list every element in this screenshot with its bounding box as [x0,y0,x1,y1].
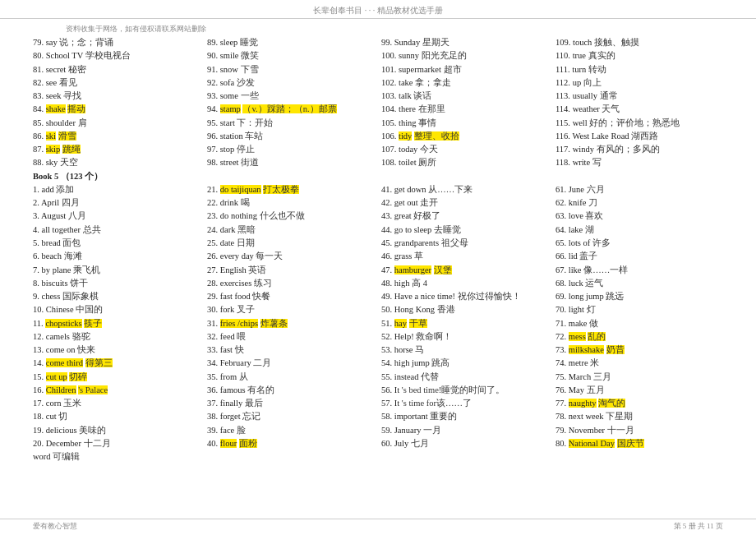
word-chinese: 's bed time!睡觉的时间了。 [402,385,505,394]
word-english: take [399,78,413,87]
word-english: from [220,372,237,381]
word-chinese: 添加 [56,185,74,194]
word-english: metre [569,358,588,367]
word-english: get down [394,185,426,194]
word-english: come on [46,345,76,354]
word-chinese: 像……一样 [583,265,628,274]
list-item: 12. camels 骆驼 [33,330,201,344]
word-number: 117. [555,145,570,154]
word-english: love [569,211,583,220]
word-chinese: 三月 [593,372,611,381]
word-number: 36. [207,385,218,394]
word-chinese: 乘飞机 [73,265,100,274]
word-chinese: 汉堡 [434,265,452,274]
word-chinese: 's Palace [78,385,108,394]
list-item: 93. some 一些 [207,90,375,103]
word-number: 114. [555,104,570,113]
word-chinese: 寻找 [63,91,81,100]
word-number: 39. [207,426,218,435]
word-chinese: 六月 [587,185,605,194]
word-english: knife [569,198,587,207]
list-item: 66. lid 盖子 [555,250,723,263]
list-item: 22. drink 喝 [207,196,375,210]
list-item: 65. lots of 许多 [555,237,723,250]
word-chinese: 国庆节 [617,439,644,448]
word-number: 60. [381,439,392,448]
list-item: 8. biscuits 饼干 [33,277,201,290]
word-english: start [220,118,235,127]
word-number: 52. [381,332,392,341]
footer-right: 第 5 册 共 11 页 [674,521,723,532]
word-english: touch [573,38,592,47]
word-chinese: 忘记 [242,412,260,421]
word-number: 18. [33,412,44,421]
list-item: 14. come third 得第三 [33,357,201,370]
word-chinese: 日期 [237,238,255,247]
list-item: 33. fast 快 [207,344,375,357]
word-english: lid [569,251,578,261]
word-english: sky [46,158,58,167]
list-item: 44. go to sleep 去睡觉 [381,224,549,237]
list-item: 75. March 三月 [555,371,723,384]
word-number: 107. [381,145,396,154]
column-2: 89. sleep 睡觉90. smile 微笑91. snow 下雪92. s… [204,36,378,464]
word-chinese: 秘密 [68,65,86,74]
list-item: 1. add 添加 [33,183,201,196]
word-chinese: 海滩 [64,251,82,261]
word-chinese: 做 [589,319,598,328]
word-number: 86. [33,131,44,141]
word-number: 1. [33,185,39,194]
list-item: 70. light 灯 [555,303,723,316]
word-english: supermarket [399,65,441,74]
list-item: 76. May 五月 [555,384,723,397]
word-number: 53. [381,345,392,354]
word-chinese: 沙发 [237,78,255,87]
list-item: 109. touch 接触、触摸 [555,36,723,49]
list-item: 82. see 看见 [33,76,201,90]
list-item: 31. fries /chips 炸薯条 [207,317,375,330]
word-number: 9. [33,292,39,301]
word-chinese: 谈话 [413,91,431,100]
word-number: 111. [555,65,570,74]
word-chinese: 睡觉 [240,38,258,47]
word-english: fast [220,345,233,354]
word-english: go to sleep [394,225,432,234]
word-english: secret [46,65,66,74]
word-chinese: 十二月 [84,439,111,448]
word-english: sofa [220,78,235,87]
list-item: 25. date 日期 [207,237,375,250]
word-english: do taijiquan [220,185,261,194]
word-number: 79. [33,38,44,47]
word-english: see [46,78,57,87]
list-item: Book 5 （123 个） [33,170,201,183]
word-chinese: 七月 [411,439,429,448]
word-number: 28. [207,279,218,288]
word-chinese: 摇动 [67,104,85,113]
word-chinese: 二月 [253,358,271,367]
list-item: 87. skip 跳绳 [33,143,201,156]
word-number: 106. [381,131,396,141]
word-english: lake [569,225,583,234]
word-number: 29. [207,292,218,301]
word-chinese: 从 [239,372,248,381]
word-english: flour [220,439,237,448]
word-english: mess [569,332,586,341]
word-number: 76. [555,385,566,394]
word-chinese: 跳绳 [62,145,81,154]
list-item: 79. say 说；念；背诵 [33,36,201,49]
list-item: 56. It 's bed time!睡觉的时间了。 [381,384,549,397]
word-chinese: 马 [415,345,424,354]
list-item: 2. April 四月 [33,196,201,210]
word-number: 46. [381,251,392,261]
word-number: 6. [33,251,39,261]
word-number: 108. [381,158,396,167]
word-number: 109. [555,38,570,47]
list-item: 72. mess 乱的 [555,330,723,344]
list-item: 83. seek 寻找 [33,90,201,103]
word-number: 27. [207,265,218,274]
word-chinese: 事情 [418,118,436,127]
word-number: 104. [381,104,396,113]
word-chinese: 在那里 [418,104,445,113]
word-number: 55. [381,372,392,381]
word-chinese: 祝你过得愉快！ [458,292,521,301]
